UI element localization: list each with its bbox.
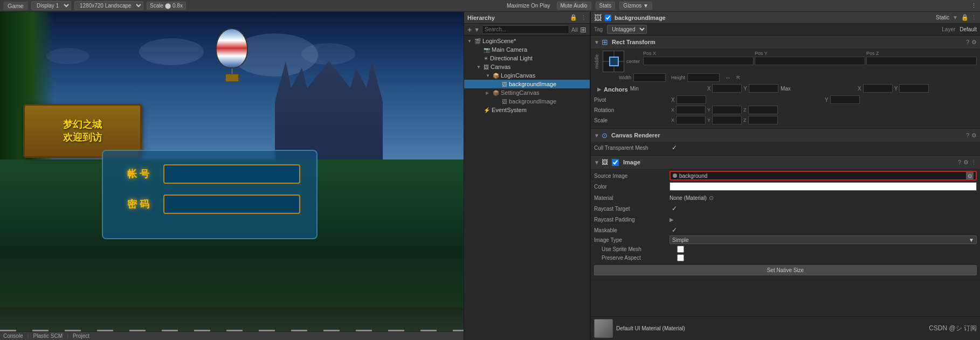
lock-icon[interactable]: 🔒 <box>961 14 969 21</box>
plastic-tab[interactable]: Plastic SCM <box>33 333 63 339</box>
hierarchy-header-icons: 🔒 ⋮ <box>570 14 586 21</box>
raycast-check[interactable]: ✓ <box>672 205 677 212</box>
rt-settings-icon[interactable]: ⚙ <box>971 39 977 46</box>
maskable-check[interactable]: ✓ <box>672 226 677 234</box>
source-img-pick-btn[interactable]: ⊙ <box>966 172 974 179</box>
width-input[interactable]: 1280 <box>633 73 666 82</box>
tree-item-loginscene[interactable]: ▼ 🎬 LoginScene* <box>464 37 590 45</box>
mute-btn[interactable]: Mute Audio <box>557 2 591 10</box>
display-dropdown[interactable]: Display 1 <box>31 1 71 10</box>
preserve-checkbox[interactable] <box>677 254 684 261</box>
max-y-input[interactable]: 0.5 <box>899 84 929 93</box>
static-dropdown-arrow[interactable]: ▼ <box>953 15 958 20</box>
maximize-btn[interactable]: Maximize On Play <box>505 2 553 9</box>
image-active-checkbox[interactable] <box>612 159 619 166</box>
icon-logincanvas: 📦 <box>493 73 499 79</box>
arrow-logincanvas: ▼ <box>486 73 491 78</box>
posy-input[interactable]: 0 <box>755 57 865 65</box>
stretch-icon[interactable]: ↔ <box>725 74 731 81</box>
inspector-panel: 🖼 backgroundImage Static ▼ 🔒 ⋮ Tag Untag… <box>590 12 980 340</box>
stats-btn[interactable]: Stats <box>596 2 616 10</box>
hierarchy-all-label: All <box>571 26 578 33</box>
material-pick-btn[interactable]: ⊙ <box>709 195 714 202</box>
scale-z-input[interactable]: 1 <box>748 116 778 124</box>
tree-item-dirlight[interactable]: ☀ Directional Light <box>464 54 590 63</box>
tree-item-eventsystem[interactable]: ⚡ EventSystem <box>464 106 590 114</box>
tree-item-maincamera[interactable]: 📷 Main Camera <box>464 45 590 54</box>
set-native-btn[interactable]: Set Native Size <box>594 265 977 275</box>
scale-y-input[interactable]: 1 <box>712 116 742 124</box>
sprite-mesh-label: Use Sprite Mesh <box>602 246 677 252</box>
material-thumbnail[interactable] <box>594 319 613 338</box>
image-comp-header[interactable]: ▼ 🖼 Image ? ⚙ ⋮ <box>591 156 980 169</box>
tag-dropdown[interactable]: Untagged <box>607 25 647 34</box>
min-y-input[interactable]: 0.5 <box>749 84 778 93</box>
hierarchy-filter-icon[interactable]: ⊞ <box>580 26 586 33</box>
anchors-header[interactable]: ▶ Anchors <box>597 85 628 94</box>
tree-item-logincanvas[interactable]: ▼ 📦 LoginCanvas <box>464 71 590 80</box>
min-label: Min <box>630 86 706 92</box>
posz-col: Pos Z 0 <box>866 51 977 65</box>
raycast-padding-arrow[interactable]: ▶ <box>670 217 674 223</box>
menu-dots[interactable]: ⋮ <box>971 2 977 9</box>
object-active-checkbox[interactable] <box>605 15 611 21</box>
canvas-renderer-header[interactable]: ▼ ⊙ Canvas Renderer ? ⚙ <box>591 129 980 142</box>
hierarchy-dropdown-arrow[interactable]: ▼ <box>474 26 480 33</box>
game-view: 梦幻之城 欢迎到访 帐 号 密 码 Console | Plastic SCM … <box>0 12 464 340</box>
img-menu-icon[interactable]: ⋮ <box>971 159 977 166</box>
menu-dots-icon[interactable]: ⋮ <box>971 14 977 21</box>
password-input[interactable] <box>163 195 300 214</box>
tree-item-settingcanvas[interactable]: ▶ 📦 SettingCanvas <box>464 88 590 97</box>
tree-item-canvas[interactable]: ▼ 🖼 Canvas <box>464 63 590 71</box>
cloud-1 <box>139 38 204 65</box>
height-label: Height <box>671 75 685 80</box>
resolution-dropdown[interactable]: 1280x720 Landscape <box>74 1 143 10</box>
image-type-dropdown[interactable]: Simple ▼ <box>670 235 977 244</box>
posz-input[interactable]: 0 <box>866 57 977 65</box>
source-img-field[interactable]: background ⊙ <box>670 171 977 181</box>
rot-y-input[interactable]: 0 <box>712 106 742 114</box>
tree-item-bgimage2[interactable]: 🖼 backgroundImage <box>464 97 590 106</box>
posy-label: Pos Y <box>755 51 865 56</box>
height-input[interactable]: 720 <box>687 73 720 82</box>
img-settings-icon[interactable]: ⚙ <box>963 159 969 166</box>
cull-check[interactable]: ✓ <box>672 144 677 151</box>
lock-icon[interactable]: 🔒 <box>570 14 577 21</box>
anchor-widget[interactable] <box>603 51 624 72</box>
sprite-mesh-checkbox[interactable] <box>677 246 684 253</box>
scale-control[interactable]: Scale ⬤ 0.8x <box>147 2 186 10</box>
min-x-input[interactable]: 0.5 <box>712 84 742 93</box>
rect-transform-header[interactable]: ▼ ⊞ Rect Transform ? ⚙ <box>591 36 980 48</box>
pivot-y-input[interactable]: 0.5 <box>830 95 860 104</box>
label-eventsystem: EventSystem <box>492 107 527 113</box>
min-x-label: X <box>707 86 711 92</box>
cr-help-icon[interactable]: ? <box>966 132 969 139</box>
material-label: Material <box>594 195 670 201</box>
hierarchy-add-btn[interactable]: + <box>467 26 472 33</box>
color-swatch[interactable] <box>670 182 977 191</box>
label-bgimage: backgroundImage <box>509 81 556 87</box>
img-help-icon[interactable]: ? <box>958 159 961 166</box>
scale-label: Scale <box>150 3 163 9</box>
gizmos-btn[interactable]: Gizmos ▼ <box>619 2 652 10</box>
game-tab-label[interactable]: Game <box>3 2 28 10</box>
scale-row: Scale X 1 Y 1 Z 1 <box>594 116 977 124</box>
rot-x-input[interactable]: 0 <box>676 106 706 114</box>
pivot-x-input[interactable]: 0.5 <box>677 95 706 104</box>
account-input[interactable] <box>163 164 300 184</box>
rt-help-icon[interactable]: ? <box>966 39 969 46</box>
posx-input[interactable]: 0 <box>643 57 754 65</box>
anchors-max-row: Max X 0.5 Y 0.5 <box>781 84 929 93</box>
hierarchy-search[interactable] <box>482 25 569 34</box>
console-tab[interactable]: Console <box>3 333 23 339</box>
max-x-input[interactable]: 0.5 <box>863 84 893 93</box>
scale-x-input[interactable]: 1 <box>676 116 706 124</box>
cr-settings-icon[interactable]: ⚙ <box>971 132 977 139</box>
project-tab[interactable]: Project <box>73 333 89 339</box>
menu-icon[interactable]: ⋮ <box>581 14 586 21</box>
width-group: Width 1280 <box>619 73 666 82</box>
tree-item-bgimage[interactable]: 🖼 backgroundImage <box>464 80 590 88</box>
sign-text-1: 梦幻之城 <box>63 118 102 131</box>
rot-z-input[interactable]: 0 <box>748 106 778 114</box>
rt-icon: ⊞ <box>602 38 608 46</box>
